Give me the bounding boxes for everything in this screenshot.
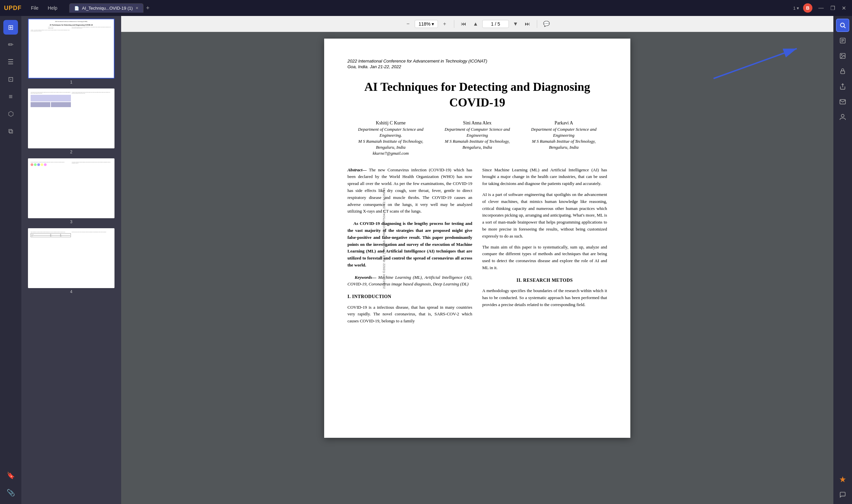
svg-point-2 [840,23,844,27]
thumb-page-2[interactable]: Lorem ipsum dolor sit amet consectetur a… [24,89,119,155]
author-2: Sini Anna Alex Department of Computer Sc… [434,121,520,157]
minimize-btn[interactable]: — [816,4,826,12]
toolbar-sep-1 [454,20,454,28]
thumb-img-1: 2022 International Conference for Advanc… [28,19,114,78]
svg-rect-10 [841,71,845,73]
nav-first-btn[interactable]: ⏮ [458,19,469,29]
section1-heading: I. Introduction [348,293,472,301]
close-btn[interactable]: ✕ [840,4,848,12]
active-tab[interactable]: 📄 AI_Techniqu...OVID-19 (1) ✕ [69,3,143,13]
paper-title: AI Techniques for Detecting and Diagnosi… [348,79,607,110]
sidebar-icon-bookmark[interactable]: 🔖 [3,468,18,483]
page-display: 1 / 5 [482,20,509,28]
doc-area[interactable]: 22/$31.00 ©2022 IEEE | DOI: 10.1109/ICON… [121,32,833,504]
comment-btn[interactable]: 💬 [541,19,552,29]
paper-right-col: Since Machine Learning (ML) and Artifici… [482,167,607,329]
page-1: 22/$31.00 ©2022 IEEE | DOI: 10.1109/ICON… [324,39,631,438]
thumb-page-1[interactable]: 2022 International Conference for Advanc… [24,19,119,85]
paper-conference: 2022 International Conference for Advanc… [348,58,607,64]
zoom-in-btn[interactable]: + [439,19,450,29]
nav-controls: ⏮ ▲ 1 / 5 ▼ ⏭ [458,19,533,29]
author-1-dept: Department of Computer Science and Engin… [348,126,434,157]
thumb-label-2: 2 [70,150,73,155]
author-2-dept: Department of Computer Science and Engin… [434,126,520,151]
thumbnail-panel: 2022 International Conference for Advanc… [21,16,121,504]
thumb-label-1: 1 [70,80,73,85]
sidebar-icon-stamp[interactable]: ⬡ [3,106,18,121]
zoom-level-display[interactable]: 118% ▾ [415,20,438,28]
user-avatar[interactable]: B [803,3,812,13]
nav-prev-btn[interactable]: ▲ [470,19,481,29]
right-para-3: The main aim of this paper is to systema… [482,244,607,271]
menu-file[interactable]: File [27,4,42,12]
section2-heading: II. RESEARCH METODS [482,277,607,284]
nav-last-btn[interactable]: ⏭ [522,19,533,29]
right-sidebar [833,16,852,504]
sidebar-icon-edit[interactable]: ✏ [3,37,18,52]
page-current: 1 [491,21,494,26]
sidebar-icon-grid[interactable]: ⊞ [3,20,18,35]
author-3-name: Parkavi A [520,121,607,126]
ocr-btn[interactable] [836,34,849,47]
author-1-name: Kshitij C Kurne [348,121,434,126]
thumb-img-4: Table comparison of various machine lear… [28,228,114,288]
toolbar: − 118% ▾ + ⏮ ▲ 1 / 5 ▼ ⏭ 💬 [121,16,833,32]
left-sidebar: ⊞ ✏ ☰ ⊡ ≡ ⬡ ⧉ 🔖 📎 [0,16,21,504]
abstract-label: Abstract— [348,167,367,172]
nav-next-btn[interactable]: ▼ [510,19,521,29]
image-btn[interactable] [836,49,849,62]
toolbar-sep-2 [537,20,537,28]
lock-btn[interactable] [836,65,849,78]
zoom-out-btn[interactable]: − [403,19,413,29]
search-panel-btn[interactable] [836,19,849,32]
thumb-label-4: 4 [70,289,73,294]
share-btn[interactable] [836,80,849,93]
tab-add-btn[interactable]: + [143,5,153,12]
sidebar-icon-layers[interactable]: ⧉ [3,124,18,138]
tab-close-btn[interactable]: ✕ [136,6,139,10]
svg-line-1 [713,49,797,78]
mail-btn[interactable] [836,95,849,108]
sidebar-icon-list[interactable]: ☰ [3,55,18,69]
paper-location: Goa, India. Jan 21-22, 2022 [348,64,607,69]
doi-watermark: 22/$31.00 ©2022 IEEE | DOI: 10.1109/ICON… [383,187,386,289]
section2-text: A methodology specifies the boundaries o… [482,287,607,308]
sidebar-icon-chart[interactable]: ≡ [3,89,18,104]
right-para-2: AI is a part of software engineering tha… [482,191,607,240]
abstract-para2: As COVID-19 diagnosing is the lengthy pr… [348,220,472,269]
chat-btn[interactable] [836,488,849,501]
paper-body: Abstract— The new Coronavirus infection … [348,167,607,329]
page-total: 5 [498,21,500,26]
tab-doc-icon: 📄 [74,6,79,11]
right-para-1: Since Machine Learning (ML) and Artifici… [482,167,607,187]
arrow-annotation [707,45,807,87]
titlebar-menu: File Help [27,4,61,12]
thumb-label-3: 3 [70,219,73,224]
sign-btn[interactable] [836,110,849,124]
version-display: 1 ▾ [793,6,799,11]
sidebar-icon-layout[interactable]: ⊡ [3,72,18,87]
titlebar: UPDF File Help 📄 AI_Techniqu...OVID-19 (… [0,0,852,16]
svg-point-9 [841,55,842,56]
thumb-page-4[interactable]: Table comparison of various machine lear… [24,228,119,294]
tab-bar: 📄 AI_Techniqu...OVID-19 (1) ✕ + [69,3,791,13]
author-2-name: Sini Anna Alex [434,121,520,126]
authors-row: Kshitij C Kurne Department of Computer S… [348,121,607,157]
author-3-dept: Department of Computer Science and Engin… [520,126,607,151]
restore-btn[interactable]: ❐ [828,4,837,12]
app-logo: UPDF [4,5,22,12]
thumb-page-3[interactable]: Research methodology specifies the bound… [24,158,119,224]
ai-assistant-btn[interactable] [836,473,849,486]
page-sep: / [495,21,498,26]
doc-container: 22/$31.00 ©2022 IEEE | DOI: 10.1109/ICON… [324,39,631,497]
thumb-img-3: Research methodology specifies the bound… [28,158,114,218]
titlebar-right: 1 ▾ B — ❐ ✕ [793,3,848,13]
abstract-para: Abstract— The new Coronavirus infection … [348,167,472,215]
paper-left-col: Abstract— The new Coronavirus infection … [348,167,472,329]
menu-help[interactable]: Help [44,4,61,12]
sidebar-icon-attachment[interactable]: 📎 [3,485,18,500]
author-3: Parkavi A Department of Computer Science… [520,121,607,157]
main-layout: ⊞ ✏ ☰ ⊡ ≡ ⬡ ⧉ 🔖 📎 2022 International Con… [0,16,852,504]
keywords-label: Keywords— [355,275,376,280]
thumb-img-2: Lorem ipsum dolor sit amet consectetur a… [28,89,114,148]
